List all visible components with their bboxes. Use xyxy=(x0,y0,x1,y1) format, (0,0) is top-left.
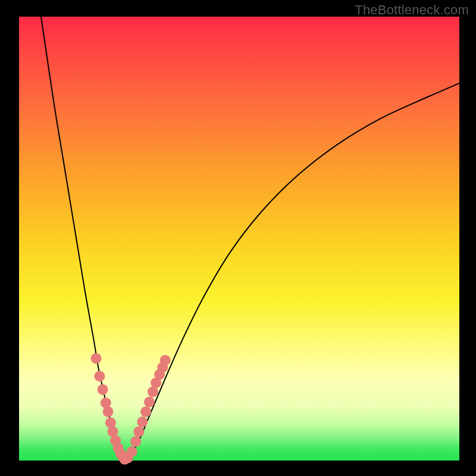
chart-plot-area xyxy=(19,17,459,461)
highlight-dot xyxy=(98,384,108,395)
highlight-dots-group xyxy=(91,353,171,464)
highlight-dot xyxy=(130,436,141,447)
highlight-dot xyxy=(133,427,144,437)
highlight-dot xyxy=(102,406,113,417)
highlight-dot xyxy=(94,371,105,381)
highlight-dot xyxy=(144,397,155,408)
highlight-dot xyxy=(140,406,151,417)
watermark-text: TheBottleneck.com xyxy=(355,2,469,18)
highlight-dot xyxy=(101,397,111,408)
chart-svg xyxy=(19,17,459,461)
highlight-dot xyxy=(137,416,148,427)
highlight-dot xyxy=(91,353,102,364)
highlight-dot xyxy=(160,355,171,365)
highlight-dot xyxy=(126,446,137,457)
highlight-dot xyxy=(105,418,116,428)
chart-frame: TheBottleneck.com xyxy=(0,0,476,476)
